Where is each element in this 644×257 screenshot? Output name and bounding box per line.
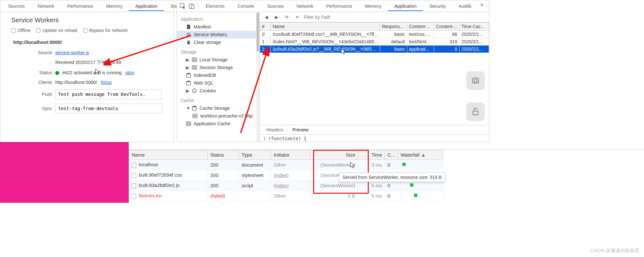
device-icon[interactable] [189, 3, 195, 9]
tab-preview[interactable]: Preview [288, 125, 313, 134]
col-name[interactable]: Name [270, 23, 380, 31]
sidebar-item-clear-storage[interactable]: Clear storage [177, 38, 259, 46]
tab-sources[interactable]: Sources [2, 2, 31, 11]
table-row[interactable]: 2/js/built.83a2b8f2e2.js?__WB_REVISION__… [260, 46, 489, 53]
col-response[interactable]: Respons... [380, 23, 407, 31]
svg-point-10 [195, 91, 195, 91]
tab-application[interactable]: Application [129, 2, 164, 11]
update-checkbox[interactable] [36, 28, 40, 33]
more-icon[interactable]: ⋮ [466, 2, 473, 8]
source-link[interactable]: service-worker.js [55, 50, 89, 55]
stop-link[interactable]: stop [125, 70, 134, 75]
tooltip: Served from ServiceWorker, resource size… [339, 172, 445, 182]
filter-input[interactable] [304, 13, 486, 21]
net-col-status[interactable]: Status [208, 150, 239, 160]
svg-rect-17 [402, 163, 406, 166]
tab-performance[interactable]: Performance [61, 2, 100, 11]
sidebar-item-workbox[interactable]: workbox-precache-v2-http: [177, 112, 259, 120]
rtab-sources[interactable]: Sources [261, 2, 290, 11]
inspect-icon[interactable] [180, 3, 186, 9]
col-content-length[interactable]: Content-... [434, 23, 459, 31]
bypass-checkbox[interactable] [83, 28, 87, 33]
table-row[interactable]: favicon.ico(failed)Other0 B5 ms0 [129, 191, 443, 201]
chevron-right-icon: ▶ [186, 57, 189, 62]
cookie-icon [192, 88, 197, 93]
svg-point-3 [188, 34, 190, 36]
sort-icon: ▲ [421, 152, 426, 158]
col-time[interactable]: Time Cac... [459, 23, 489, 31]
cache-toolbar: ◀ ▶ ⟳ ✕ [260, 12, 489, 22]
net-col-name[interactable]: Name [129, 150, 208, 160]
rtab-security[interactable]: Security [423, 2, 453, 11]
sidebar-item-session-storage[interactable]: ▶Session Storage [177, 64, 259, 71]
rtab-application[interactable]: Application [388, 2, 423, 11]
chevron-down-icon: ▼ [186, 106, 189, 111]
col-content-type[interactable]: Content-... [407, 23, 434, 31]
sidebar-item-app-cache[interactable]: Application Cache [177, 120, 259, 128]
table-row[interactable]: 1/index.html?__WB_REVISION__=43e5e22a914… [260, 38, 489, 46]
svg-rect-4 [192, 58, 197, 62]
option-bypass[interactable]: Bypass for network [83, 28, 128, 33]
table-row[interactable]: localhost200documentOther(ServiceWorker)… [129, 160, 443, 170]
tab-memory[interactable]: Memory [100, 2, 129, 11]
lock-button[interactable] [466, 102, 485, 120]
net-col-c[interactable]: C... [385, 150, 398, 160]
service-workers-options: Offline Update on reload Bypass for netw… [0, 26, 174, 36]
chevron-right-icon: ▶ [186, 65, 189, 70]
sidebar-item-websql[interactable]: Web SQL [177, 79, 259, 87]
rtab-network[interactable]: Network [290, 2, 320, 11]
camera-icon [471, 76, 480, 85]
rtab-memory[interactable]: Memory [359, 2, 388, 11]
svg-rect-26 [414, 194, 417, 197]
delete-button[interactable]: ✕ [293, 13, 301, 21]
trash-icon [186, 40, 191, 45]
rtab-elements[interactable]: Elements [199, 2, 231, 11]
sw-origin: http://localhost:5000/ [0, 36, 174, 48]
sidebar-item-cache-storage[interactable]: ▼Cache Storage [177, 104, 259, 112]
sidebar-item-service-workers[interactable]: Service Workers [177, 31, 259, 38]
offline-checkbox[interactable] [11, 28, 16, 33]
table-row[interactable]: 0/css/built.80ef72694f.css?__WB_REVISION… [260, 31, 489, 38]
tab-headers[interactable]: Headers [262, 125, 288, 134]
preview-tabbar: Headers Preview [260, 125, 489, 135]
svg-rect-2 [191, 5, 194, 9]
option-update[interactable]: Update on reload [36, 28, 77, 33]
svg-rect-16 [473, 111, 478, 115]
sync-input[interactable] [55, 104, 162, 113]
grid-icon [192, 65, 197, 70]
nav-forward-button[interactable]: ▶ [273, 13, 280, 21]
col-index[interactable]: # [260, 23, 271, 31]
net-col-type[interactable]: Type [239, 150, 271, 160]
status-text: #422 activated and is running [62, 70, 122, 75]
net-col-time[interactable]: Time [358, 150, 385, 160]
tab-network[interactable]: Network [31, 2, 60, 11]
push-input[interactable] [55, 89, 162, 99]
net-col-size[interactable]: Size [310, 150, 358, 160]
nav-back-button[interactable]: ◀ [262, 13, 270, 21]
grid-icon [186, 121, 191, 126]
focus-link[interactable]: focus [101, 80, 112, 85]
sidebar-item-manifest[interactable]: Manifest [177, 23, 259, 31]
screenshot-button[interactable] [466, 71, 485, 89]
sidebar-item-cookies[interactable]: ▶Cookies [177, 87, 259, 95]
left-tabbar: Sources Network Performance Memory Appli… [0, 0, 174, 12]
rtab-performance[interactable]: Performance [320, 2, 358, 11]
reload-button[interactable]: ⟳ [283, 13, 291, 21]
sidebar-item-indexeddb[interactable]: IndexedDB [177, 71, 259, 79]
chevron-right-icon: ▶ [186, 88, 189, 93]
grid-icon [192, 113, 198, 118]
svg-rect-5 [192, 66, 197, 69]
net-col-waterfall[interactable]: Waterfall ▲ [398, 150, 443, 160]
group-application: Application [177, 13, 259, 23]
sidebar-scrollbar[interactable] [256, 12, 259, 142]
sidebar-item-local-storage[interactable]: ▶Local Storage [177, 56, 259, 64]
net-col-initiator[interactable]: Initiator [271, 150, 310, 160]
group-cache: Cache [177, 95, 259, 104]
close-icon[interactable]: ✕ [479, 2, 485, 8]
rtab-console[interactable]: Console [231, 2, 260, 11]
svg-point-9 [193, 90, 194, 90]
network-table-wrap: Name Status Type Initiator Size Time C..… [129, 142, 644, 201]
database-icon [192, 106, 197, 111]
option-offline[interactable]: Offline [11, 28, 30, 33]
net-header-row: Name Status Type Initiator Size Time C..… [129, 150, 443, 160]
